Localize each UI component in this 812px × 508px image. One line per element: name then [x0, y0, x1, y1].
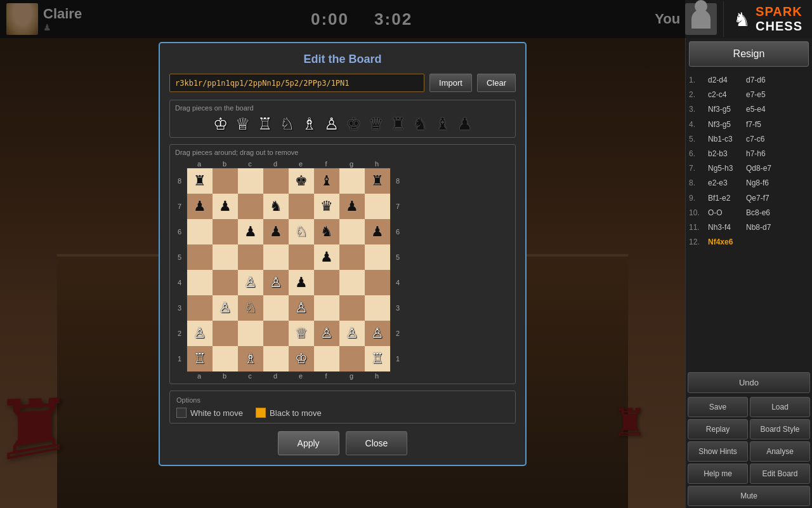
white-bishop-btn[interactable]: ♗ — [299, 114, 319, 133]
move-white: Nb1-c3 — [708, 133, 743, 145]
black-queen-btn[interactable]: ♛ — [366, 114, 386, 133]
resign-button[interactable]: Resign — [689, 41, 809, 67]
board-square[interactable]: ♙ — [314, 321, 339, 346]
board-square[interactable] — [339, 244, 365, 270]
board-square[interactable] — [365, 244, 390, 270]
board-square[interactable] — [339, 270, 365, 295]
board-square[interactable] — [238, 244, 263, 270]
board-square[interactable] — [339, 168, 365, 194]
board-square[interactable]: ♟ — [314, 244, 339, 270]
board-square[interactable] — [263, 346, 289, 371]
board-square[interactable] — [238, 194, 263, 219]
fen-input[interactable] — [169, 74, 424, 92]
board-square[interactable] — [213, 321, 238, 346]
board-square[interactable] — [187, 244, 213, 270]
board-square[interactable]: ♘ — [289, 219, 314, 244]
black-bishop-btn[interactable]: ♝ — [433, 114, 452, 133]
board-square[interactable]: ♛ — [314, 194, 339, 219]
board-square[interactable] — [263, 295, 289, 321]
black-to-move-checkbox[interactable] — [256, 408, 266, 418]
white-pawn-btn[interactable]: ♙ — [322, 114, 341, 133]
black-rook-btn[interactable]: ♜ — [388, 114, 408, 133]
white-rook-btn[interactable]: ♖ — [255, 114, 275, 133]
board-square[interactable]: ♜ — [365, 168, 390, 194]
board-square[interactable]: ♙ — [187, 321, 213, 346]
board-square[interactable]: ♟ — [365, 219, 390, 244]
board-square[interactable]: ♘ — [238, 295, 263, 321]
board-group-label: Drag pieces around; drag out to remove — [175, 149, 510, 156]
board-square[interactable] — [365, 295, 390, 321]
rank-label: 7 — [393, 194, 402, 219]
board-square[interactable] — [263, 321, 289, 346]
board-square[interactable] — [314, 346, 339, 371]
analyse-button[interactable]: Analyse — [750, 441, 810, 462]
close-button[interactable]: Close — [346, 431, 408, 455]
board-square[interactable]: ♖ — [365, 346, 390, 371]
clear-button[interactable]: Clear — [477, 74, 516, 92]
board-square[interactable] — [187, 270, 213, 295]
edit-board-button[interactable]: Edit Board — [750, 464, 810, 484]
load-button[interactable]: Load — [750, 397, 810, 417]
white-to-move-checkbox[interactable] — [176, 408, 187, 418]
chess-board[interactable]: ♜♚♝♜♟♟♞♛♟♟♟♘♞♟♟♙♙♟♙♘♙♙♕♙♙♙♖♗♔♖ — [187, 168, 391, 372]
board-square[interactable] — [213, 270, 238, 295]
import-button[interactable]: Import — [429, 74, 472, 92]
board-square[interactable] — [339, 295, 365, 321]
black-king-btn[interactable]: ♚ — [344, 114, 363, 133]
board-square[interactable]: ♞ — [263, 194, 289, 219]
apply-button[interactable]: Apply — [278, 431, 339, 455]
board-square[interactable]: ♙ — [365, 321, 390, 346]
board-square[interactable]: ♟ — [263, 219, 289, 244]
board-style-button[interactable]: Board Style — [750, 419, 810, 439]
black-knight-btn[interactable]: ♞ — [410, 114, 430, 133]
black-pawn-btn[interactable]: ♟ — [455, 114, 475, 133]
board-square[interactable] — [238, 321, 263, 346]
board-square[interactable]: ♟ — [187, 194, 213, 219]
board-square[interactable] — [314, 295, 339, 321]
board-square[interactable] — [263, 168, 289, 194]
save-button[interactable]: Save — [688, 397, 748, 417]
white-king-btn[interactable]: ♔ — [211, 114, 230, 133]
white-knight-btn[interactable]: ♘ — [277, 114, 297, 133]
board-square[interactable]: ♞ — [314, 219, 339, 244]
board-square[interactable] — [187, 295, 213, 321]
move-number: 5. — [689, 133, 705, 145]
board-square[interactable]: ♕ — [289, 321, 314, 346]
board-square[interactable]: ♟ — [238, 219, 263, 244]
show-hints-button[interactable]: Show Hints — [688, 441, 748, 462]
board-square[interactable] — [213, 244, 238, 270]
board-square[interactable] — [213, 346, 238, 371]
board-square[interactable]: ♝ — [314, 168, 339, 194]
board-square[interactable]: ♟ — [289, 270, 314, 295]
board-square[interactable] — [365, 270, 390, 295]
board-square[interactable]: ♗ — [238, 346, 263, 371]
board-square[interactable] — [365, 194, 390, 219]
board-square[interactable] — [213, 168, 238, 194]
board-square[interactable] — [289, 194, 314, 219]
board-square[interactable] — [238, 168, 263, 194]
board-square[interactable]: ♙ — [213, 295, 238, 321]
mute-button[interactable]: Mute — [688, 486, 810, 506]
board-square[interactable]: ♙ — [263, 270, 289, 295]
board-square[interactable] — [263, 244, 289, 270]
board-square[interactable] — [187, 219, 213, 244]
board-square[interactable] — [289, 244, 314, 270]
board-square[interactable]: ♔ — [289, 346, 314, 371]
undo-button[interactable]: Undo — [688, 372, 810, 393]
board-square[interactable]: ♜ — [187, 168, 213, 194]
board-square[interactable]: ♖ — [187, 346, 213, 371]
help-me-button[interactable]: Help me — [688, 464, 748, 484]
replay-button[interactable]: Replay — [688, 419, 748, 439]
rank-label: 3 — [393, 295, 402, 321]
board-square[interactable]: ♙ — [289, 295, 314, 321]
board-square[interactable]: ♙ — [238, 270, 263, 295]
board-square[interactable]: ♚ — [289, 168, 314, 194]
board-square[interactable]: ♟ — [213, 194, 238, 219]
board-square[interactable] — [339, 346, 365, 371]
board-square[interactable] — [339, 219, 365, 244]
board-square[interactable] — [314, 270, 339, 295]
board-square[interactable] — [213, 219, 238, 244]
board-square[interactable]: ♟ — [339, 194, 365, 219]
board-square[interactable]: ♙ — [339, 321, 365, 346]
white-queen-btn[interactable]: ♕ — [233, 114, 252, 133]
